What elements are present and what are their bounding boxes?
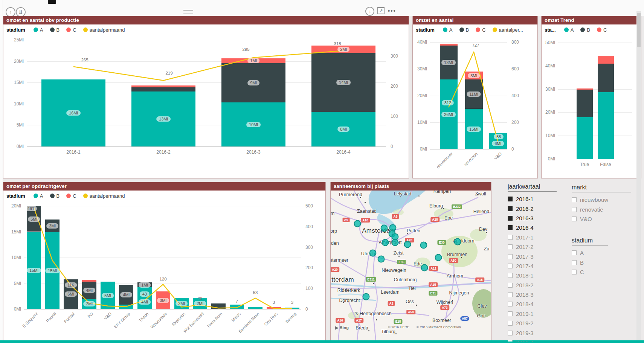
bar-segment-C[interactable] [598,56,614,63]
y-axis-tick: 20Ml [413,93,427,98]
slicer-item-2017-4[interactable]: 2017-4 [508,261,564,271]
line-data-label: 116 [65,282,77,288]
focus-mode-icon[interactable]: ↗ [377,7,385,14]
x-axis-category-label: Explorius [154,311,186,343]
road-shield-a27: A27 [354,318,363,323]
slicer-item-2018-3[interactable]: 2018-3 [508,290,564,299]
drill-down-icon[interactable]: ↓ [365,7,374,16]
slicer-item-label: 2018-2 [516,282,534,288]
bar-segment-C[interactable] [440,44,458,46]
map-data-bubble[interactable] [354,220,361,227]
vertical-scrollbar[interactable] [636,11,641,341]
map-data-bubble[interactable] [421,264,428,271]
slicer-item-2016-1[interactable]: 2016-1 [508,194,564,204]
y2-axis-tick: 200 [305,265,313,270]
slicer-item-label: A [580,250,584,256]
checkbox-checked-icon[interactable] [508,225,513,230]
slicer-item-v-o[interactable]: V&O [572,214,636,224]
slicer-item-2018-4[interactable]: 2018-4 [508,299,564,309]
slicer-item-nieuwbouw[interactable]: nieuwbouw [572,195,636,204]
slicer-item-2018-1[interactable]: 2018-1 [508,271,564,280]
slicer-item-2016-3[interactable]: 2016-3 [508,213,564,223]
x-axis-category-label: Hans Bom [191,311,223,343]
bar-segment-A[interactable] [598,92,614,159]
slicer-item-a[interactable]: A [572,248,636,258]
bar-segment-A[interactable] [577,117,593,159]
checkbox-unchecked-icon[interactable] [508,311,513,316]
bar-data-label: 6Ml [492,141,504,146]
checkbox-unchecked-icon[interactable] [508,292,513,297]
bar-data-label: 14Ml [336,80,351,85]
slicer-item-label: 2017-4 [516,263,534,269]
slicer-item-2019-3[interactable]: 2019-3 [508,328,564,337]
map-data-bubble[interactable] [382,239,389,246]
map-data-bubble[interactable] [369,250,377,257]
checkbox-unchecked-icon[interactable] [508,340,513,341]
slicer-item-2017-2[interactable]: 2017-2 [508,242,564,252]
checkbox-unchecked-icon[interactable] [508,283,513,288]
slicer-item-2017-1[interactable]: 2017-1 [508,233,564,242]
bar-segment-C[interactable] [82,280,96,282]
checkbox-unchecked-icon[interactable] [572,197,577,202]
slicer-item-2016-4[interactable]: 2016-4 [508,223,564,232]
slicer-item-c[interactable]: C [572,267,636,277]
map-canvas[interactable]: PurmerendLelystadKampenZwollZaanstadElbu… [331,191,491,340]
map-data-bubble[interactable] [454,238,461,245]
checkbox-unchecked-icon[interactable] [508,264,513,268]
checkbox-unchecked-icon[interactable] [572,260,577,265]
checkbox-checked-icon[interactable] [508,197,513,201]
map-data-bubble[interactable] [381,225,388,232]
scrollbar-thumb[interactable] [637,13,641,47]
slicer-item-2019-4[interactable]: 2019-4 [508,338,564,341]
bar-segment-A[interactable] [285,308,299,309]
checkbox-unchecked-icon[interactable] [572,216,577,221]
checkbox-unchecked-icon[interactable] [508,244,513,249]
slicer-item-renovatie[interactable]: renovatie [572,204,636,214]
checkbox-unchecked-icon[interactable] [572,250,577,255]
bar-segment-C[interactable] [267,307,281,309]
slicer-item-b[interactable]: B [572,258,636,267]
drag-handle-icon[interactable] [183,10,193,14]
bar-segment-A[interactable] [119,305,133,309]
map-city-label: Dev [479,227,487,232]
map-data-bubble[interactable] [404,241,411,248]
checkbox-unchecked-icon[interactable] [572,207,577,212]
bar-segment-C[interactable] [577,88,593,90]
checkbox-unchecked-icon[interactable] [572,270,577,274]
checkbox-checked-icon[interactable] [508,216,513,221]
bar-segment-B[interactable] [577,90,593,117]
gridline [558,66,632,66]
checkbox-unchecked-icon[interactable] [508,331,513,335]
bar-segment-B[interactable] [598,64,614,92]
checkbox-unchecked-icon[interactable] [508,254,513,259]
checkbox-unchecked-icon[interactable] [508,273,513,278]
bar-segment-B[interactable] [131,87,195,91]
slicer-item-2019-2[interactable]: 2019-2 [508,319,564,328]
slicer-item-label: B [580,259,584,266]
map-data-bubble[interactable] [420,242,427,249]
checkbox-unchecked-icon[interactable] [508,321,513,326]
checkbox-unchecked-icon[interactable] [508,302,513,306]
slicer-item-2016-2[interactable]: 2016-2 [508,204,564,213]
more-options-icon[interactable]: ••• [388,8,396,14]
bar-segment-A[interactable] [230,305,244,309]
slicer-item-2017-3[interactable]: 2017-3 [508,252,564,261]
bar-segment-A[interactable] [137,287,152,309]
bar-segment-C[interactable] [131,85,195,87]
map-data-bubble[interactable] [392,239,399,246]
map-data-bubble[interactable] [378,256,385,263]
bar-segment-A[interactable] [248,307,262,309]
checkbox-unchecked-icon[interactable] [508,235,513,240]
map-city-label: Nieuwegein [382,268,406,273]
slicer-item-label: 2018-4 [516,301,534,307]
line-data-label: 265 [81,58,88,62]
y-axis-tick: 50Ml [541,40,555,45]
slicer-item-2019-1[interactable]: 2019-1 [508,309,564,319]
gridline [430,42,507,43]
panel-map-aanneemsom: aanneemsom bij plaats [330,182,491,341]
slicer-item-2018-2[interactable]: 2018-2 [508,280,564,290]
bar-segment-B[interactable] [211,303,226,309]
map-data-bubble[interactable] [435,254,442,261]
checkbox-checked-icon[interactable] [508,206,513,211]
map-data-bubble[interactable] [363,293,370,300]
